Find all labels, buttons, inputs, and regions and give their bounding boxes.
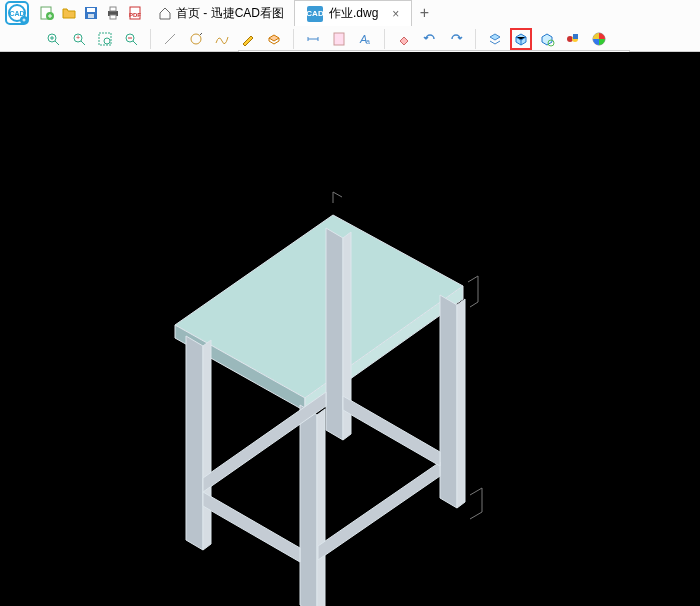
svg-rect-9 [87,8,95,12]
zoom-in-icon[interactable]: + [68,28,90,50]
tab-row: CAD PDF 首页 - 迅捷CAD看图 CAD 作业.dwg × + [0,0,700,26]
svg-rect-5 [24,19,25,22]
svg-text:+: + [76,34,80,41]
pdf-icon[interactable]: PDF [126,4,144,22]
redo-icon[interactable] [445,28,467,50]
separator [384,29,385,49]
app-logo: CAD [0,0,34,26]
svg-point-20 [104,38,110,44]
view3d-icon[interactable] [510,28,532,50]
open-icon[interactable] [60,4,78,22]
svg-point-22 [191,34,201,44]
zoom-out-icon[interactable] [120,28,142,50]
home-icon [158,6,172,20]
print-icon[interactable] [104,4,122,22]
polyline-icon[interactable] [211,28,233,50]
page-icon[interactable] [328,28,350,50]
separator [475,29,476,49]
svg-rect-10 [88,14,94,18]
zoom-window-icon[interactable] [94,28,116,50]
save-icon[interactable] [82,4,100,22]
line-icon[interactable] [159,28,181,50]
home-tab[interactable]: 首页 - 迅捷CAD看图 [148,0,294,26]
rect-icon[interactable] [263,28,285,50]
topbar: CAD PDF 首页 - 迅捷CAD看图 CAD 作业.dwg × + + [0,0,700,52]
separator [150,29,151,49]
file-tab-icon: CAD [307,6,323,22]
drawing-canvas[interactable] [0,52,700,606]
dim-icon[interactable] [302,28,324,50]
separator [293,29,294,49]
drawing-content [0,100,700,606]
pencil-icon[interactable] [237,28,259,50]
file-tab[interactable]: CAD 作业.dwg × [294,0,412,26]
close-icon[interactable]: × [384,7,399,21]
erase-icon[interactable] [393,28,415,50]
svg-rect-29 [573,34,578,39]
file-tab-label: 作业.dwg [329,5,378,22]
svg-text:PDF: PDF [129,12,141,18]
new-tab-button[interactable]: + [412,1,436,25]
undo-icon[interactable] [419,28,441,50]
home-tab-label: 首页 - 迅捷CAD看图 [176,5,284,22]
color-icon[interactable] [588,28,610,50]
orbit-icon[interactable] [536,28,558,50]
quick-access: PDF [34,4,148,22]
text-icon[interactable]: Aa [354,28,376,50]
visual-icon[interactable] [562,28,584,50]
svg-text:a: a [366,38,370,45]
circle-icon[interactable] [185,28,207,50]
svg-rect-23 [334,33,344,45]
layer-icon[interactable] [484,28,506,50]
toolbar: + Aa [0,26,700,52]
svg-text:CAD: CAD [9,10,24,17]
svg-rect-12 [110,7,116,11]
svg-rect-13 [110,15,116,19]
new-icon[interactable] [38,4,56,22]
zoom-extents-icon[interactable] [42,28,64,50]
